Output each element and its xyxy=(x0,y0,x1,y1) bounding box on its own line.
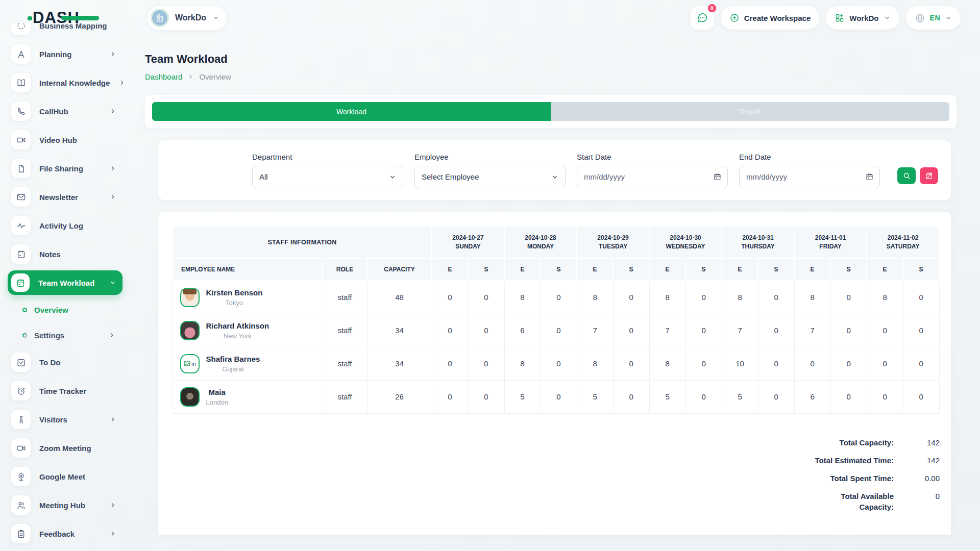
totals-summary: Total Capacity: 142 Total Estimated Time… xyxy=(172,437,940,512)
spent-cell: 0 xyxy=(468,314,504,347)
employee-name[interactable]: Maia xyxy=(206,387,228,397)
spent-cell: 0 xyxy=(903,380,939,413)
total-available-label: Total Available Capacity: xyxy=(812,491,894,512)
estimated-cell: 7 xyxy=(577,314,613,347)
mail-icon xyxy=(11,187,31,207)
date-column-header: 2024-10-30WEDNESDAY xyxy=(649,227,722,258)
sidebar-item-file-sharing[interactable]: File Sharing xyxy=(8,154,122,183)
video-camera-icon xyxy=(11,438,31,458)
end-date-input[interactable] xyxy=(739,166,880,188)
total-capacity-value: 142 xyxy=(907,437,940,448)
start-date-input[interactable] xyxy=(577,166,728,188)
sidebar-item-meeting-hub[interactable]: Meeting Hub xyxy=(8,491,122,519)
webcam-icon xyxy=(11,467,31,486)
sidebar-item-internal-knowledge[interactable]: Internal Knowledge xyxy=(8,68,122,97)
spent-cell: 0 xyxy=(613,281,649,314)
sidebar-item-google-meet[interactable]: Google Meet xyxy=(8,462,122,491)
sidebar-item-callhub[interactable]: CallHub xyxy=(8,97,122,126)
alarm-clock-icon xyxy=(11,381,31,400)
staff-information-header: STAFF INFORMATION xyxy=(173,227,432,258)
estimated-cell: 6 xyxy=(504,314,541,347)
language-selector[interactable]: EN xyxy=(906,6,961,30)
tab-report[interactable]: Report xyxy=(551,102,949,121)
sidebar-item-newsletter[interactable]: Newsletter xyxy=(8,183,122,211)
topbar: WorkDo 0 Create Workspace WorkDo EN xyxy=(145,0,980,36)
total-spent-label: Total Spent Time: xyxy=(830,473,894,484)
apps-dropdown[interactable]: WorkDo xyxy=(826,6,899,30)
circle-bullet-icon xyxy=(22,308,27,312)
employee-location: London xyxy=(206,398,228,406)
sidebar-subitem-overview[interactable]: Overview xyxy=(8,297,122,322)
avatar-broken-image: in xyxy=(180,354,200,373)
estimated-cell: 8 xyxy=(649,347,685,380)
plus-circle-icon xyxy=(729,13,740,23)
sidebar-item-time-tracker[interactable]: Time Tracker xyxy=(8,377,122,405)
sidebar-item-video-hub[interactable]: Video Hub xyxy=(8,126,122,154)
users-icon xyxy=(11,495,31,515)
estimated-header: E xyxy=(504,258,541,281)
department-select[interactable]: All xyxy=(252,166,403,188)
tab-bar-card: Workload Report xyxy=(145,95,957,128)
sidebar-item-business-mapping[interactable]: Business Mapping xyxy=(8,23,122,40)
estimated-cell: 0 xyxy=(867,314,903,347)
sidebar-item-label: Internal Knowledge xyxy=(39,79,110,87)
capacity-cell: 48 xyxy=(367,281,432,314)
employee-field: Employee Select Employee xyxy=(414,153,566,188)
workspace-switcher[interactable]: WorkDo xyxy=(148,6,227,30)
end-date-label: End Date xyxy=(739,153,880,161)
estimated-cell: 5 xyxy=(722,380,758,413)
workspace-name: WorkDo xyxy=(175,13,206,22)
date-column-header: 2024-10-27SUNDAY xyxy=(432,227,504,258)
estimated-cell: 8 xyxy=(504,281,541,314)
employee-select[interactable]: Select Employee xyxy=(414,166,566,188)
spent-header: S xyxy=(541,258,577,281)
employee-name[interactable]: Kirsten Benson xyxy=(206,288,263,297)
estimated-cell: 7 xyxy=(722,314,758,347)
app-window: DASH Business Mapping Planning Internal … xyxy=(0,0,980,551)
messages-button[interactable]: 0 xyxy=(691,6,714,30)
search-icon xyxy=(902,171,911,180)
role-header: ROLE xyxy=(323,258,367,281)
sidebar-subitem-settings[interactable]: Settings xyxy=(8,322,122,348)
spent-cell: 0 xyxy=(830,281,867,314)
breadcrumb-dashboard-link[interactable]: Dashboard xyxy=(145,72,182,81)
start-date-field: Start Date xyxy=(577,153,728,188)
sidebar-item-notes[interactable]: Notes xyxy=(8,240,122,268)
workload-table: STAFF INFORMATION 2024-10-27SUNDAY 2024-… xyxy=(172,226,940,414)
spent-cell: 0 xyxy=(685,281,722,314)
chevron-right-icon xyxy=(109,51,116,58)
spent-cell: 0 xyxy=(541,281,577,314)
reset-filter-button[interactable] xyxy=(920,167,938,184)
tab-workload[interactable]: Workload xyxy=(152,102,551,121)
file-icon xyxy=(11,159,31,178)
sidebar-item-zoom-meeting[interactable]: Zoom Meeting xyxy=(8,434,122,462)
create-workspace-button[interactable]: Create Workspace xyxy=(721,6,820,30)
estimated-cell: 0 xyxy=(794,347,830,380)
sidebar-item-label: Zoom Meeting xyxy=(39,444,116,453)
employee-name[interactable]: Richard Atkinson xyxy=(206,321,270,331)
spent-cell: 0 xyxy=(613,380,649,413)
search-button[interactable] xyxy=(897,167,916,184)
sidebar-item-label: Time Tracker xyxy=(39,387,116,395)
sidebar-item-team-workload[interactable]: Team Workload xyxy=(8,270,122,295)
page-title: Team Workload xyxy=(145,53,957,66)
sidebar-item-to-do[interactable]: To Do xyxy=(8,348,122,377)
messages-count-badge: 0 xyxy=(707,3,717,13)
globe-icon xyxy=(915,13,925,23)
department-value: All xyxy=(259,172,268,181)
date-column-header: 2024-10-28MONDAY xyxy=(504,227,577,258)
estimated-cell: 7 xyxy=(649,314,685,347)
sidebar-item-feedback[interactable]: Feedback xyxy=(8,519,122,548)
sidebar-item-planning[interactable]: Planning xyxy=(8,40,122,68)
spent-cell: 0 xyxy=(541,347,577,380)
spent-cell: 0 xyxy=(468,281,504,314)
capacity-cell: 34 xyxy=(367,314,432,347)
estimated-cell: 8 xyxy=(577,281,613,314)
pen-icon xyxy=(11,44,31,64)
workspace-avatar xyxy=(151,9,169,27)
table-row: Kirsten Benson Tokyo staff 48 00 80 80 8… xyxy=(173,281,939,314)
role-cell: staff xyxy=(323,380,367,413)
employee-name[interactable]: Shafira Barnes xyxy=(206,354,260,364)
sidebar-item-activity-log[interactable]: Activity Log xyxy=(8,211,122,240)
sidebar-item-visitors[interactable]: Visitors xyxy=(8,405,122,434)
